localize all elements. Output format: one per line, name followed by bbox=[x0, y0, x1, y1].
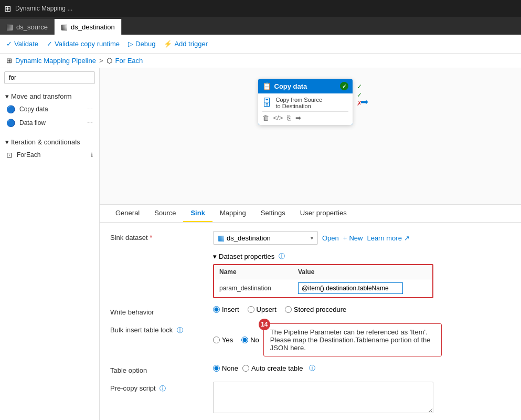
breadcrumb-pipeline-icon: ⊞ bbox=[6, 57, 12, 65]
node-success-icon: ✓ bbox=[357, 83, 362, 90]
copy-node-code-btn[interactable]: </> bbox=[273, 114, 283, 122]
callout-badge: 14 bbox=[259, 319, 270, 330]
copy-node-icon: 📋 bbox=[262, 82, 271, 90]
tab-settings[interactable]: Settings bbox=[253, 205, 293, 222]
table-option-auto-create[interactable]: Auto create table bbox=[242, 364, 303, 372]
properties-panel: General Source Sink Mapping Settings Use… bbox=[100, 205, 521, 420]
dataset-props-value-0 bbox=[298, 282, 403, 294]
sink-dataset-dropdown[interactable]: ▦ ds_destination ▾ bbox=[213, 231, 318, 245]
write-behavior-row: Write behavior Insert Upsert bbox=[110, 306, 511, 316]
tab-general[interactable]: General bbox=[108, 205, 147, 222]
chevron-down-icon: ▾ bbox=[5, 92, 9, 100]
breadcrumb-activity-icon: ⬡ bbox=[107, 57, 112, 65]
write-behavior-insert[interactable]: Insert bbox=[213, 306, 239, 313]
tab-ds-destination-icon: ▦ bbox=[61, 23, 68, 31]
plus-icon: + bbox=[343, 234, 347, 242]
copy-node-delete-btn[interactable]: 🗑 bbox=[262, 114, 269, 122]
copy-data-icon: 🔵 bbox=[6, 105, 15, 113]
dataset-props-toggle[interactable]: ▾ Dataset properties ⓘ bbox=[213, 252, 285, 261]
main-layout: ▾ Move and transform 🔵 Copy data ⋯ 🔵 Dat… bbox=[0, 68, 521, 420]
bulk-insert-no[interactable]: No bbox=[241, 336, 259, 344]
sidebar-item-foreach[interactable]: ⊡ ForEach ℹ bbox=[0, 148, 99, 162]
copy-node-arrow-btn[interactable]: ➡ bbox=[295, 114, 301, 122]
breadcrumb-separator: > bbox=[99, 57, 103, 65]
collapse-icon: ▾ bbox=[213, 253, 217, 260]
tab-mapping[interactable]: Mapping bbox=[212, 205, 253, 222]
node-expand-icon[interactable]: ➡ bbox=[360, 96, 368, 108]
copy-node-header: 📋 Copy data ✓ bbox=[258, 79, 353, 93]
tab-ds-destination-label: ds_destination bbox=[71, 23, 115, 31]
table-option-row: Table option None Auto create table bbox=[110, 364, 511, 374]
write-behavior-options: Insert Upsert Stored procedure bbox=[213, 306, 346, 313]
tab-ds-destination[interactable]: ▦ ds_destination bbox=[55, 19, 122, 35]
breadcrumb: ⊞ Dynamic Mapping Pipeline > ⬡ For Each bbox=[0, 54, 521, 68]
breadcrumb-pipeline-link[interactable]: Dynamic Mapping Pipeline bbox=[15, 57, 96, 65]
new-button[interactable]: + New bbox=[343, 234, 363, 242]
data-flow-icon: 🔵 bbox=[6, 119, 15, 127]
copy-node-status: ✓ bbox=[340, 82, 348, 90]
sidebar-section-iteration-header[interactable]: ▾ Iteration & conditionals bbox=[0, 136, 99, 148]
open-button[interactable]: Open bbox=[322, 234, 339, 242]
bulk-insert-info-icon: ⓘ bbox=[177, 327, 183, 334]
sidebar-search-container bbox=[0, 68, 99, 87]
app-icon: ⊞ bbox=[4, 4, 11, 14]
sidebar-item-copy-data[interactable]: 🔵 Copy data ⋯ bbox=[0, 102, 99, 116]
sink-dataset-label: Sink dataset bbox=[110, 231, 205, 242]
dropdown-db-icon: ▦ bbox=[218, 234, 225, 242]
bulk-insert-options: Yes No bbox=[213, 336, 259, 344]
write-behavior-upsert[interactable]: Upsert bbox=[248, 306, 277, 313]
pipeline-param-callout: 14 The Pipeline Parameter can be referen… bbox=[263, 323, 442, 356]
copy-node-db-icon: 🗄 bbox=[262, 98, 272, 109]
dataset-props-table: Name Value param_destination bbox=[213, 264, 433, 298]
tab-ds-source-label: ds_source bbox=[16, 23, 48, 31]
copy-node-body: 🗄 Copy from Sourceto Destination 🗑 </> ⎘… bbox=[258, 93, 353, 125]
copy-data-node[interactable]: 📋 Copy data ✓ 🗄 Copy from Sourceto Desti… bbox=[258, 79, 353, 125]
pipeline-canvas[interactable]: 📋 Copy data ✓ 🗄 Copy from Sourceto Desti… bbox=[100, 68, 521, 205]
foreach-icon: ⊡ bbox=[6, 151, 13, 159]
copy-node-copy-btn[interactable]: ⎘ bbox=[287, 114, 291, 122]
debug-button[interactable]: ▷ Debug bbox=[128, 40, 155, 48]
pre-copy-info-icon: ⓘ bbox=[160, 385, 166, 392]
properties-tab-strip: General Source Sink Mapping Settings Use… bbox=[100, 205, 521, 223]
add-trigger-icon: ⚡ bbox=[164, 40, 172, 48]
sink-dataset-row: Sink dataset ▦ ds_destination ▾ Open + N… bbox=[110, 231, 511, 245]
app-title: Dynamic Mapping ... bbox=[15, 5, 72, 12]
tab-source[interactable]: Source bbox=[147, 205, 183, 222]
sidebar-item-data-flow[interactable]: 🔵 Data flow ⋯ bbox=[0, 116, 99, 130]
dataset-properties-row: ▾ Dataset properties ⓘ Name Value param_… bbox=[110, 252, 511, 298]
pre-copy-script-input[interactable] bbox=[213, 382, 433, 413]
top-bar: ⊞ Dynamic Mapping ... bbox=[0, 0, 521, 17]
dataset-props-info-icon: ⓘ bbox=[279, 252, 285, 261]
pre-copy-script-row: Pre-copy script ⓘ bbox=[110, 382, 511, 413]
tab-ds-source-icon: ▦ bbox=[6, 23, 13, 31]
debug-play-icon: ▷ bbox=[128, 40, 133, 48]
validate-copy-button[interactable]: ✓ Validate copy runtime bbox=[47, 40, 120, 48]
tab-ds-source[interactable]: ▦ ds_source bbox=[0, 19, 55, 35]
chevron-down-icon2: ▾ bbox=[5, 138, 9, 146]
add-trigger-button[interactable]: ⚡ Add trigger bbox=[164, 40, 208, 48]
bulk-insert-yes[interactable]: Yes bbox=[213, 336, 233, 344]
sidebar-section-iteration: ▾ Iteration & conditionals ⊡ ForEach ℹ bbox=[0, 133, 99, 165]
validate-button[interactable]: ✓ Validate bbox=[6, 40, 38, 48]
breadcrumb-activity-link[interactable]: For Each bbox=[115, 57, 143, 65]
toolbar: ✓ Validate ✓ Validate copy runtime ▷ Deb… bbox=[0, 35, 521, 54]
write-behavior-stored-procedure[interactable]: Stored procedure bbox=[285, 306, 346, 313]
tab-bar: ▦ ds_source ▦ ds_destination bbox=[0, 17, 521, 35]
search-input[interactable] bbox=[4, 71, 95, 84]
table-option-radios: None Auto create table ⓘ bbox=[213, 364, 315, 373]
dataset-props-value-input[interactable] bbox=[298, 282, 403, 294]
tab-user-properties[interactable]: User properties bbox=[293, 205, 354, 222]
validate-copy-check-icon: ✓ bbox=[47, 40, 52, 48]
sidebar-section-move-header[interactable]: ▾ Move and transform bbox=[0, 90, 99, 102]
dataset-props-row-0: param_destination bbox=[214, 279, 432, 297]
tab-sink[interactable]: Sink bbox=[183, 205, 212, 222]
table-option-info-icon: ⓘ bbox=[309, 364, 315, 373]
dataset-props-header: Name Value bbox=[214, 265, 432, 279]
table-option-none[interactable]: None bbox=[213, 364, 238, 372]
validate-check-icon: ✓ bbox=[6, 40, 12, 48]
sidebar-section-move-transform: ▾ Move and transform 🔵 Copy data ⋯ 🔵 Dat… bbox=[0, 87, 99, 133]
learn-more-button[interactable]: Learn more ↗ bbox=[367, 234, 409, 242]
sink-content: Sink dataset ▦ ds_destination ▾ Open + N… bbox=[100, 223, 521, 420]
sink-dataset-value: ▦ ds_destination ▾ Open + New Learn more… bbox=[213, 231, 511, 245]
bulk-insert-row: Bulk insert table lock ⓘ Yes No bbox=[110, 323, 511, 356]
